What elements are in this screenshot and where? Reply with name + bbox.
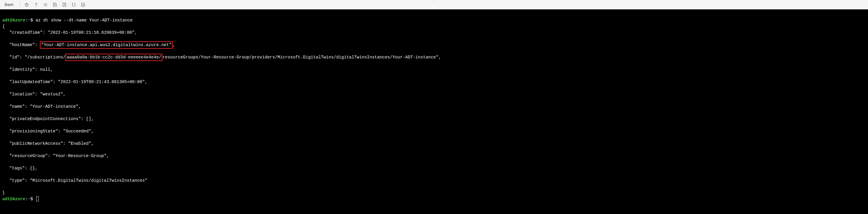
- json-open: {: [2, 24, 5, 29]
- prompt-user: adt@Azure: [2, 18, 25, 23]
- json-line: "name": "Your-ADT-instance",: [2, 103, 866, 110]
- json-line: "provisioningState": "Succeeded",: [2, 128, 866, 134]
- shell-label: Bash: [5, 2, 13, 7]
- export-file-icon[interactable]: [79, 1, 87, 9]
- shell-selector[interactable]: Bash: [2, 2, 18, 7]
- json-line: "createdTime": "2022-01-19T00:21:18.6208…: [2, 30, 866, 36]
- prompt-user: adt@Azure: [2, 197, 25, 202]
- prompt-path: ~: [28, 197, 31, 202]
- json-line: "location": "westus2",: [2, 91, 866, 97]
- prompt-path: ~: [28, 18, 31, 23]
- json-line: "publicNetworkAccess": "Enabled",: [2, 141, 866, 147]
- json-close: }: [2, 190, 5, 195]
- help-icon[interactable]: [32, 1, 40, 9]
- gear-icon[interactable]: [41, 1, 50, 9]
- upload-file-icon[interactable]: [51, 1, 59, 9]
- subscription-highlight: aaaa0a0a-bb1b-cc2c-dd3d-eeeeee4e4e4e/: [65, 54, 162, 61]
- prompt-dollar: $: [31, 197, 33, 202]
- json-line: "tags": {},: [2, 165, 866, 172]
- power-icon[interactable]: [23, 1, 31, 9]
- json-line: "type": "Microsoft.DigitalTwins/digitalT…: [2, 178, 866, 184]
- cursor: [36, 196, 39, 202]
- json-line: "resourceGroup": "Your-Resource-Group",: [2, 153, 866, 159]
- command-text: az dt show --dt-name Your-ADT-instance: [35, 18, 133, 23]
- drag-handle[interactable]: ⋯⋯: [431, 0, 437, 3]
- json-line: "hostName": "Your-ADT-instance.api.wus2.…: [2, 42, 866, 48]
- svg-point-3: [45, 4, 46, 5]
- braces-icon[interactable]: [70, 1, 78, 9]
- json-line: "id": "/subscriptions/aaaa0a0a-bb1b-cc2c…: [2, 54, 866, 60]
- prompt-dollar: $: [31, 18, 33, 23]
- json-line: "identity": null,: [2, 67, 866, 73]
- divider: [20, 2, 20, 7]
- hostname-highlight: "Your-ADT-instance.api.wus2.digitaltwins…: [40, 41, 173, 49]
- toolbar: ⋯⋯ Bash: [0, 0, 868, 9]
- json-line: "lastUpdatedTime": "2022-01-19T00:21:43.…: [2, 79, 866, 85]
- new-file-icon[interactable]: [60, 1, 68, 9]
- terminal[interactable]: adt@Azure:~$ az dt show --dt-name Your-A…: [0, 9, 868, 204]
- json-line: "privateEndpointConnections": [],: [2, 116, 866, 122]
